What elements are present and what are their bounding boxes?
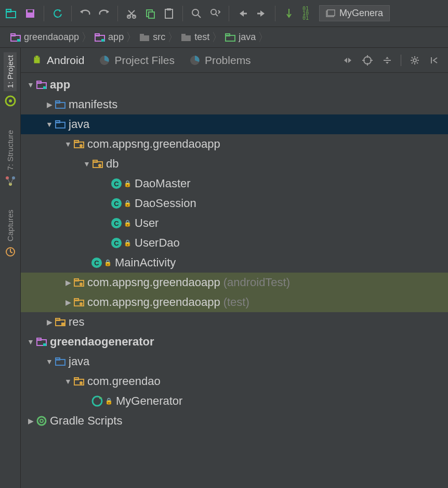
tree-node-gradle-scripts[interactable]: ▶ Gradle Scripts: [21, 411, 448, 431]
svg-rect-55: [43, 86, 46, 89]
open-icon[interactable]: [3, 5, 20, 22]
crumb-java[interactable]: java: [222, 32, 259, 43]
crumb-app[interactable]: app: [91, 32, 127, 43]
tab-label: Android: [47, 54, 84, 67]
copy-icon[interactable]: [142, 5, 159, 22]
class-icon: C: [111, 238, 122, 248]
target-icon[interactable]: [361, 54, 374, 67]
android-studio-icon: [5, 95, 16, 109]
sync-down-icon[interactable]: [281, 5, 297, 22]
open-file-tab[interactable]: MyGenera: [319, 5, 390, 21]
crumb-label: src: [153, 32, 165, 43]
tree-node-res[interactable]: ▶ res: [21, 312, 448, 332]
chevron-right-icon: 〉: [126, 30, 137, 45]
view-tab-project-files[interactable]: Project Files: [91, 51, 182, 70]
svg-point-68: [80, 282, 83, 286]
crumb-label: java: [239, 32, 256, 43]
crumb-src[interactable]: src: [136, 32, 168, 43]
tree-node-user[interactable]: C 🔒 User: [21, 213, 448, 233]
tree-node-pkg-androidtest[interactable]: ▶ com.appsng.greendaoapp (androidTest): [21, 273, 448, 292]
back-icon[interactable]: [234, 5, 251, 22]
tool-window-structure[interactable]: 7: Structure: [4, 127, 17, 174]
svg-point-85: [40, 419, 43, 422]
svg-rect-40: [34, 59, 40, 63]
tree-node-pkg-test[interactable]: ▶ com.appsng.greendaoapp (test): [21, 292, 448, 312]
crumb-test[interactable]: test: [178, 32, 213, 43]
tree-label: MyGenerator: [116, 394, 182, 408]
chevron-down-icon[interactable]: ▼: [81, 160, 93, 168]
cut-icon[interactable]: [123, 5, 140, 22]
binary-icon[interactable]: 011001: [299, 5, 312, 22]
forward-icon[interactable]: [253, 5, 270, 22]
chevron-down-icon[interactable]: ▼: [44, 357, 55, 366]
tree-node-daomaster[interactable]: C 🔒 DaoMaster: [21, 174, 448, 194]
tree-node-greendaogenerator[interactable]: ▼ greendaogenerator: [21, 332, 448, 352]
chevron-right-icon[interactable]: ▶: [44, 100, 55, 109]
tree-node-pkg-main[interactable]: ▼ com.appsng.greendaoapp: [21, 134, 448, 154]
undo-icon[interactable]: [77, 5, 94, 22]
collapse-all-icon[interactable]: [381, 54, 393, 67]
tree-node-java[interactable]: ▼ java: [21, 114, 448, 134]
tree-label: Gradle Scripts: [50, 414, 122, 428]
replace-icon[interactable]: [207, 5, 223, 22]
svg-rect-25: [140, 34, 144, 36]
save-icon[interactable]: [22, 5, 38, 22]
tree-node-com-greendao[interactable]: ▼ com.greendao: [21, 371, 448, 391]
tree-node-daosession[interactable]: C 🔒 DaoSession: [21, 194, 448, 213]
gear-icon[interactable]: [409, 54, 421, 67]
tree-label: MainActivity: [115, 256, 176, 269]
chevron-right-icon[interactable]: ▶: [25, 417, 36, 425]
refresh-icon[interactable]: [49, 5, 66, 22]
tree-label: app: [50, 78, 70, 92]
tree-node-mainactivity[interactable]: C 🔒 MainActivity: [21, 253, 448, 273]
tree-label: res: [69, 315, 85, 329]
tree-label: com.appsng.greendaoapp: [87, 296, 220, 309]
tree-node-userdao[interactable]: C 🔒 UserDao: [21, 233, 448, 253]
chevron-down-icon[interactable]: ▼: [62, 377, 74, 386]
view-tab-android[interactable]: Android: [24, 51, 91, 70]
chevron-down-icon[interactable]: ▼: [25, 338, 36, 346]
tree-node-java2[interactable]: ▼ java: [21, 352, 448, 371]
tree-suffix: (test): [223, 296, 249, 309]
chevron-right-icon[interactable]: ▶: [62, 278, 74, 287]
chevron-down-icon[interactable]: ▼: [62, 140, 74, 148]
svg-rect-77: [43, 343, 46, 346]
chevron-down-icon[interactable]: ▼: [44, 120, 55, 129]
tree-label: java: [69, 118, 89, 131]
search-icon[interactable]: [188, 5, 205, 22]
svg-point-31: [9, 99, 12, 102]
svg-rect-9: [167, 8, 171, 10]
hide-icon[interactable]: [428, 54, 441, 67]
tree-node-mygenerator[interactable]: 🔒 MyGenerator: [21, 391, 448, 411]
tool-window-captures[interactable]: Captures: [4, 207, 17, 245]
tree-node-app[interactable]: ▼ app: [21, 75, 448, 95]
expand-collapse-icon[interactable]: [341, 54, 354, 67]
svg-line-39: [10, 252, 12, 253]
svg-line-11: [198, 15, 201, 18]
chevron-down-icon[interactable]: ▼: [25, 81, 36, 89]
tree-node-db[interactable]: ▼ db: [21, 154, 448, 174]
chevron-right-icon[interactable]: ▶: [44, 318, 55, 326]
crumb-greendaoapp[interactable]: greendaoapp: [7, 32, 82, 43]
crumb-label: app: [108, 32, 124, 43]
chevron-right-icon[interactable]: ▶: [62, 298, 74, 306]
svg-line-36: [10, 178, 14, 184]
tree-node-manifests[interactable]: ▶ manifests: [21, 95, 448, 114]
structure-icon: [5, 176, 16, 189]
chevron-right-icon: 〉: [81, 30, 93, 45]
captures-icon: [5, 247, 16, 260]
svg-point-42: [38, 56, 39, 57]
crumb-label: greendaoapp: [24, 32, 79, 43]
runnable-class-icon: [91, 395, 103, 407]
redo-icon[interactable]: [96, 5, 112, 22]
tool-label: Captures: [6, 210, 15, 241]
paste-icon[interactable]: [161, 5, 177, 22]
view-tab-problems[interactable]: Problems: [182, 51, 258, 70]
project-tree[interactable]: ▼ app ▶ manifests ▼ java ▼ com.appsn: [21, 73, 448, 488]
tool-label: 1: Project: [6, 55, 15, 88]
tool-window-project[interactable]: 1: Project: [4, 52, 17, 91]
svg-rect-7: [149, 12, 154, 18]
svg-rect-8: [165, 9, 173, 18]
svg-point-51: [413, 59, 416, 62]
svg-point-45: [364, 57, 371, 64]
